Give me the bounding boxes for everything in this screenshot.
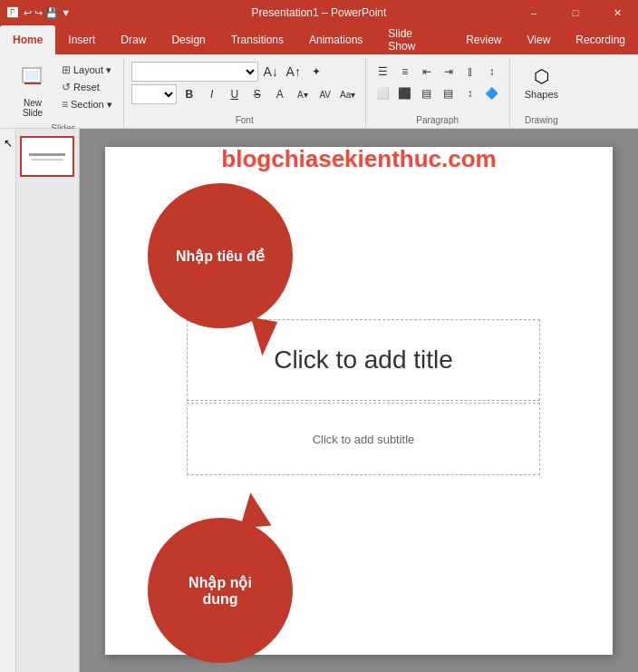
tab-slideshow[interactable]: Slide Show: [375, 25, 453, 54]
tab-view[interactable]: View: [515, 25, 564, 54]
slides-group-content: NewSlide ⊞ Layout ▾ ↺ Reset ≡ Section ▾: [11, 58, 116, 122]
blog-watermark: blogchiasekienthuc.com: [221, 145, 496, 173]
indent-decrease-btn[interactable]: ⇤: [417, 62, 437, 82]
layout-label: Layout: [73, 64, 103, 75]
font-name-select[interactable]: [131, 62, 258, 82]
line-spacing-btn[interactable]: ↕: [460, 83, 480, 103]
italic-button[interactable]: I: [202, 84, 222, 104]
new-slide-label: NewSlide: [23, 98, 43, 118]
font-controls: A↓ A↑ ✦ B I U S A A▾ AV Aa▾: [131, 62, 358, 104]
char-spacing-btn[interactable]: AV: [315, 84, 335, 104]
content-bubble-text: Nhập nội dung: [179, 565, 261, 617]
thumb-title: [29, 153, 65, 156]
align-left-btn[interactable]: ⬜: [373, 83, 393, 103]
slide-options: ⊞ Layout ▾ ↺ Reset ≡ Section ▾: [58, 62, 116, 112]
thumb-subtitle: [32, 159, 63, 161]
tab-animations[interactable]: Animations: [296, 25, 375, 54]
powerpoint-icon: 🅿: [7, 6, 18, 19]
tab-draw[interactable]: Draw: [108, 25, 159, 54]
shapes-label: Shapes: [525, 89, 558, 100]
convert-to-smartart-btn[interactable]: 🔷: [482, 83, 502, 103]
font-color-btn[interactable]: A: [270, 84, 290, 104]
new-slide-icon: [20, 65, 45, 96]
reset-icon: ↺: [62, 81, 71, 93]
tab-design[interactable]: Design: [159, 25, 218, 54]
content-bubble: Nhập nội dung: [148, 518, 293, 663]
canvas-area: blogchiasekienthuc.com Click to add titl…: [80, 129, 638, 672]
paragraph-group-content: ☰ ≡ ⇤ ⇥ ⫿ ↕ ⬜ ⬛ ▤ ▤ ↕ 🔷: [373, 58, 502, 113]
shapes-icon: ⬡: [534, 65, 549, 87]
font-group: A↓ A↑ ✦ B I U S A A▾ AV Aa▾: [124, 58, 366, 128]
paragraph-group-label: Paragraph: [416, 115, 459, 128]
font-size-select[interactable]: [131, 84, 177, 104]
minimize-button[interactable]: –: [513, 0, 555, 25]
tab-recording[interactable]: Recording: [563, 25, 638, 54]
font-highlight-btn[interactable]: A▾: [293, 84, 313, 104]
tool-strip: ↖: [0, 129, 16, 672]
font-group-content: A↓ A↑ ✦ B I U S A A▾ AV Aa▾: [131, 58, 358, 113]
ribbon-tabs: Home Insert Draw Design Transitions Anim…: [0, 25, 638, 54]
ribbon: NewSlide ⊞ Layout ▾ ↺ Reset ≡ Section ▾: [0, 54, 638, 129]
tab-review[interactable]: Review: [453, 25, 514, 54]
slide-thumb-inner: [24, 141, 70, 172]
window-title: Presentation1 – PowerPoint: [252, 6, 387, 19]
cursor-tool[interactable]: ↖: [1, 136, 15, 151]
drawing-group: ⬡ Shapes Drawing: [510, 58, 573, 128]
shapes-button[interactable]: ⬡ Shapes: [517, 62, 566, 103]
underline-button[interactable]: U: [225, 84, 245, 104]
font-row-1: A↓ A↑ ✦: [131, 62, 358, 82]
font-row-2: B I U S A A▾ AV Aa▾: [131, 84, 358, 104]
align-justify-btn[interactable]: ▤: [439, 83, 459, 103]
indent-increase-btn[interactable]: ⇥: [439, 62, 459, 82]
tab-home[interactable]: Home: [0, 25, 55, 54]
section-button[interactable]: ≡ Section ▾: [58, 96, 116, 112]
col-btn[interactable]: ⫿: [460, 62, 480, 82]
bold-button[interactable]: B: [179, 84, 199, 104]
align-right-btn[interactable]: ▤: [417, 83, 437, 103]
para-row-1: ☰ ≡ ⇤ ⇥ ⫿ ↕: [373, 62, 502, 82]
drawing-group-content: ⬡ Shapes: [517, 58, 566, 113]
main-area: ↖ blogchiasekienthuc.com Click to add ti…: [0, 129, 638, 672]
tab-transitions[interactable]: Transitions: [218, 25, 296, 54]
maximize-button[interactable]: □: [555, 0, 596, 25]
layout-button[interactable]: ⊞ Layout ▾: [58, 62, 116, 78]
section-arrow: ▾: [107, 99, 112, 111]
title-bar: 🅿 ↩ ↪ 💾 ▼ Presentation1 – PowerPoint – □…: [0, 0, 638, 25]
layout-icon: ⊞: [62, 63, 71, 76]
svg-rect-2: [24, 83, 41, 84]
title-bubble: Nhập tiêu đề: [148, 183, 293, 328]
close-button[interactable]: ✕: [596, 0, 638, 25]
bullets-btn[interactable]: ☰: [373, 62, 393, 82]
section-icon: ≡: [62, 98, 68, 111]
font-increase-btn[interactable]: A↑: [284, 62, 304, 82]
layout-arrow: ▾: [106, 64, 111, 76]
slide-subtitle-placeholder: Click to add subtitle: [313, 433, 415, 446]
font-case-btn[interactable]: Aa▾: [338, 84, 358, 104]
reset-button[interactable]: ↺ Reset: [58, 79, 116, 95]
paragraph-buttons: ☰ ≡ ⇤ ⇥ ⫿ ↕ ⬜ ⬛ ▤ ▤ ↕ 🔷: [373, 62, 502, 103]
drawing-group-label: Drawing: [525, 115, 558, 128]
slide-title-box[interactable]: Click to add title: [187, 319, 540, 401]
window-controls: – □ ✕: [513, 0, 638, 25]
slide-panel: [16, 129, 80, 672]
paragraph-group: ☰ ≡ ⇤ ⇥ ⫿ ↕ ⬜ ⬛ ▤ ▤ ↕ 🔷 Paragraph: [366, 58, 510, 128]
slide-title-placeholder: Click to add title: [274, 346, 453, 375]
direction-btn[interactable]: ↕: [482, 62, 502, 82]
reset-label: Reset: [73, 82, 100, 93]
slide-thumbnail-1[interactable]: [20, 136, 74, 177]
slide-subtitle-box[interactable]: Click to add subtitle: [187, 403, 540, 475]
quick-access: ↩ ↪ 💾 ▼: [24, 7, 71, 19]
new-slide-button[interactable]: NewSlide: [11, 62, 54, 122]
svg-rect-1: [25, 71, 38, 80]
font-decrease-btn[interactable]: A↓: [261, 62, 281, 82]
align-center-btn[interactable]: ⬛: [395, 83, 415, 103]
font-group-label: Font: [236, 115, 254, 128]
title-bubble-text: Nhập tiêu đề: [167, 239, 274, 274]
title-bar-left: 🅿 ↩ ↪ 💾 ▼: [7, 6, 71, 19]
tab-insert[interactable]: Insert: [55, 25, 108, 54]
numbering-btn[interactable]: ≡: [395, 62, 415, 82]
strikethrough-button[interactable]: S: [247, 84, 267, 104]
slides-group: NewSlide ⊞ Layout ▾ ↺ Reset ≡ Section ▾: [4, 58, 124, 128]
para-row-2: ⬜ ⬛ ▤ ▤ ↕ 🔷: [373, 83, 502, 103]
clear-format-btn[interactable]: ✦: [306, 62, 326, 82]
